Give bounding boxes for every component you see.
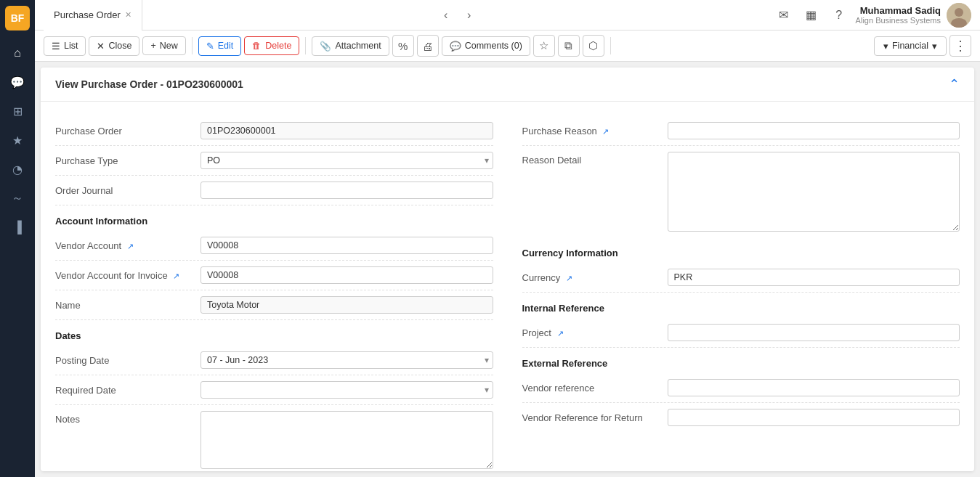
purchase-reason-input[interactable] — [668, 122, 960, 139]
vendor-account-invoice-input[interactable] — [201, 266, 493, 284]
nav-next-button[interactable]: › — [459, 5, 479, 25]
more-options-button[interactable]: ⋮ — [949, 35, 971, 57]
comments-label: Comments (0) — [465, 41, 522, 51]
name-input[interactable] — [201, 296, 493, 314]
form-right: Purchase Reason ↗ Reason Detail Currency… — [522, 116, 960, 471]
print-button[interactable]: 🖨 — [417, 35, 439, 57]
user-area[interactable]: Muhammad Sadiq Align Business Systems — [856, 3, 971, 28]
financial-chevron-icon: ▾ — [932, 41, 937, 52]
purchase-order-tab[interactable]: Purchase Order ✕ — [44, 0, 142, 30]
topbar-right: ✉ ▦ ? Muhammad Sadiq Align Business Syst… — [773, 3, 971, 28]
dates-header: Dates — [55, 320, 493, 346]
new-button[interactable]: + New — [142, 36, 185, 55]
vendor-account-ext-link-icon[interactable]: ↗ — [127, 242, 134, 250]
order-journal-row: Order Journal — [55, 176, 493, 205]
vendor-account-invoice-label: Vendor Account for Invoice ↗ — [55, 270, 201, 281]
pie-chart-icon[interactable]: ◔ — [5, 157, 30, 182]
page-header: View Purchase Order - 01PO230600001 ⌃ — [41, 68, 974, 102]
home-icon[interactable]: ⌂ — [5, 41, 30, 65]
vendor-account-input[interactable] — [201, 237, 493, 254]
reason-detail-textarea[interactable] — [668, 152, 960, 232]
user-avatar[interactable] — [947, 3, 971, 28]
posting-date-label: Posting Date — [55, 355, 201, 366]
vendor-reference-label: Vendor reference — [522, 383, 668, 394]
chat-icon[interactable]: 💬 — [5, 70, 30, 94]
new-label: New — [160, 41, 178, 51]
tab-close-icon[interactable]: ✕ — [125, 10, 131, 20]
toolbar-separator-1 — [192, 37, 193, 54]
star-icon[interactable]: ★ — [5, 128, 30, 152]
nav-prev-button[interactable]: ‹ — [436, 5, 456, 25]
user-info: Muhammad Sadiq Align Business Systems — [856, 5, 941, 25]
user-name: Muhammad Sadiq — [856, 5, 941, 16]
delete-label: Delete — [265, 41, 291, 51]
list-icon: ☰ — [52, 41, 60, 52]
content-wrapper: View Purchase Order - 01PO230600001 ⌃ Pu… — [41, 68, 974, 471]
reason-detail-row: Reason Detail — [522, 146, 960, 237]
external-reference-header: External Reference — [522, 348, 960, 373]
purchase-order-row: Purchase Order — [55, 116, 493, 146]
vendor-reference-return-label: Vendor Reference for Return — [522, 412, 668, 423]
posting-date-input[interactable] — [201, 351, 493, 369]
delete-icon: 🗑 — [252, 41, 262, 51]
vendor-reference-row: Vendor reference — [522, 373, 960, 403]
app-logo[interactable]: BF — [5, 6, 30, 30]
financial-icon: ▾ — [883, 41, 888, 52]
attachment-button[interactable]: 📎 Attachment — [312, 36, 389, 56]
currency-info-header: Currency Information — [522, 237, 960, 263]
chart-icon-button[interactable]: ▦ — [801, 4, 822, 26]
form-body: Purchase Order Purchase Type PO ▾ Order … — [41, 102, 974, 471]
tab-title: Purchase Order — [54, 9, 121, 20]
project-row: Project ↗ — [522, 318, 960, 348]
purchase-order-label: Purchase Order — [55, 126, 201, 136]
order-journal-input[interactable] — [201, 182, 493, 199]
edit-icon: ✎ — [206, 41, 214, 52]
copy-button[interactable]: ⧉ — [558, 35, 580, 57]
share-button[interactable]: ⬡ — [583, 35, 604, 57]
name-row: Name — [55, 290, 493, 320]
project-ext-link-icon[interactable]: ↗ — [557, 329, 564, 338]
mail-icon-button[interactable]: ✉ — [773, 4, 795, 26]
collapse-button[interactable]: ⌃ — [949, 76, 960, 92]
toolbar-separator-3 — [610, 37, 611, 54]
vendor-reference-input[interactable] — [668, 379, 960, 396]
bar-chart-icon[interactable]: ▐ — [5, 215, 30, 240]
star-button[interactable]: ☆ — [533, 35, 555, 57]
project-input[interactable] — [668, 324, 960, 341]
name-label: Name — [55, 300, 201, 311]
vendor-account-row: Vendor Account ↗ — [55, 231, 493, 261]
purchase-type-label: Purchase Type — [55, 155, 201, 166]
currency-input[interactable] — [668, 269, 960, 286]
financial-label: Financial — [892, 41, 928, 51]
vendor-account-invoice-row: Vendor Account for Invoice ↗ — [55, 261, 493, 290]
currency-ext-link-icon[interactable]: ↗ — [566, 274, 572, 282]
notes-row: Notes — [55, 405, 493, 471]
currency-row: Currency ↗ — [522, 263, 960, 293]
comments-button[interactable]: 💬 Comments (0) — [442, 36, 530, 56]
list-button[interactable]: ☰ List — [44, 36, 86, 56]
help-icon-button[interactable]: ? — [828, 4, 850, 26]
vendor-reference-return-input[interactable] — [668, 409, 960, 426]
vendor-reference-return-row: Vendor Reference for Return — [522, 403, 960, 432]
attachment-label: Attachment — [335, 41, 381, 51]
purchase-reason-ext-link-icon[interactable]: ↗ — [602, 127, 609, 136]
grid-icon[interactable]: ⊞ — [5, 99, 30, 123]
purchase-order-input[interactable] — [201, 122, 493, 139]
edit-button[interactable]: ✎ Edit — [198, 36, 242, 56]
topbar-left: Purchase Order ✕ — [44, 0, 142, 30]
close-button[interactable]: ✕ Close — [89, 36, 139, 56]
notes-textarea[interactable] — [201, 411, 493, 469]
financial-button[interactable]: ▾ Financial ▾ — [874, 36, 947, 56]
svg-point-1 — [955, 8, 963, 17]
purchase-type-select[interactable]: PO — [201, 152, 493, 169]
project-label: Project ↗ — [522, 327, 668, 338]
vendor-account-invoice-ext-link-icon[interactable]: ↗ — [173, 272, 179, 280]
activity-icon[interactable]: ～ — [5, 186, 30, 211]
topbar-nav: ‹ › — [436, 5, 479, 25]
edit-label: Edit — [218, 41, 234, 51]
required-date-input[interactable] — [201, 381, 493, 399]
form-left: Purchase Order Purchase Type PO ▾ Order … — [55, 116, 493, 471]
purchase-reason-row: Purchase Reason ↗ — [522, 116, 960, 146]
delete-button[interactable]: 🗑 Delete — [244, 36, 299, 55]
percent-button[interactable]: % — [392, 35, 414, 57]
